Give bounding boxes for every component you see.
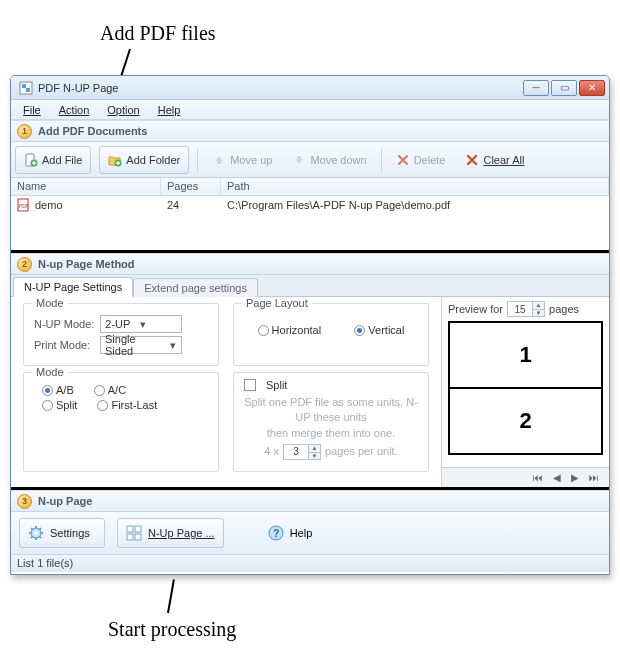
split-desc-1: Split one PDF file as some units, N-UP t…: [244, 395, 418, 426]
annotation-line-2: [167, 579, 175, 613]
col-name[interactable]: Name: [11, 178, 161, 195]
nav-next-icon[interactable]: ▶: [571, 472, 579, 483]
step-3-icon: 3: [17, 494, 32, 509]
preview-label-pre: Preview for: [448, 303, 503, 315]
chevron-down-icon: ▾: [166, 339, 179, 352]
section1-header: 1 Add PDF Documents: [11, 120, 609, 142]
radio-ab[interactable]: [42, 385, 53, 396]
nup-mode-label: N-UP Mode:: [34, 318, 94, 330]
radio-ac[interactable]: [94, 385, 105, 396]
preview-page-2: 2: [448, 387, 603, 455]
section3-header: 3 N-up Page: [11, 490, 609, 512]
move-up-label: Move up: [230, 154, 272, 166]
help-label: Help: [290, 527, 313, 539]
mode-group: Mode N-UP Mode: 2-UP ▾ Print Mode:: [23, 303, 219, 366]
spin-up-icon[interactable]: ▲: [532, 302, 544, 309]
split-desc-2: then merge them into one.: [244, 426, 418, 441]
tab-nup-settings[interactable]: N-UP Page Settings: [13, 277, 133, 297]
maximize-button[interactable]: ▭: [551, 80, 577, 96]
clear-icon: [465, 153, 479, 167]
delete-label: Delete: [414, 154, 446, 166]
split-per: pages per unit.: [325, 444, 398, 459]
file-list-header: Name Pages Path: [11, 178, 609, 196]
print-mode-select[interactable]: Single Sided ▾: [100, 336, 182, 354]
settings-button[interactable]: Settings: [19, 518, 105, 548]
split-value: 3: [284, 445, 308, 459]
mode2-group-title: Mode: [32, 366, 68, 378]
application-window: PDF N-UP Page ─ ▭ ✕ File Action Option H…: [10, 75, 610, 575]
list-item[interactable]: PDF demo 24 C:\Program Files\A-PDF N-up …: [11, 196, 609, 214]
file-toolbar: Add File Add Folder Move up Move down De…: [11, 142, 609, 178]
add-folder-button[interactable]: Add Folder: [99, 146, 189, 174]
window-title: PDF N-UP Page: [38, 82, 523, 94]
arrow-up-icon: [212, 153, 226, 167]
ab-label: A/B: [56, 384, 74, 396]
layout-group-title: Page Layout: [242, 297, 312, 309]
tab-extend-settings[interactable]: Extend page settings: [133, 278, 258, 297]
svg-rect-12: [127, 534, 133, 540]
menu-file[interactable]: File: [15, 102, 49, 118]
preview-nav: ⏮ ◀ ▶ ⏭: [442, 467, 609, 487]
nup-mode-select[interactable]: 2-UP ▾: [100, 315, 182, 333]
minimize-button[interactable]: ─: [523, 80, 549, 96]
svg-text:?: ?: [273, 528, 279, 539]
svg-rect-1: [22, 84, 26, 88]
nav-prev-icon[interactable]: ◀: [553, 472, 561, 483]
radio-vertical[interactable]: [354, 325, 365, 336]
menubar: File Action Option Help: [11, 100, 609, 120]
page-layout-group: Page Layout Horizontal Vertical: [233, 303, 429, 366]
preview-spin[interactable]: 15 ▲▼: [507, 301, 545, 317]
step-1-icon: 1: [17, 124, 32, 139]
section2-title: N-up Page Method: [38, 258, 135, 270]
nup-page-button[interactable]: N-Up Page ...: [117, 518, 224, 548]
radio-split[interactable]: [42, 400, 53, 411]
split-spin[interactable]: 3 ▲▼: [283, 444, 321, 460]
section1-title: Add PDF Documents: [38, 125, 147, 137]
radio-horizontal[interactable]: [258, 325, 269, 336]
spin-up-icon[interactable]: ▲: [308, 445, 320, 452]
menu-option[interactable]: Option: [99, 102, 147, 118]
annotation-add-files: Add PDF files: [100, 22, 216, 45]
close-button[interactable]: ✕: [579, 80, 605, 96]
move-up-button[interactable]: Move up: [206, 153, 278, 167]
svg-text:PDF: PDF: [19, 203, 29, 209]
add-file-label: Add File: [42, 154, 82, 166]
delete-icon: [396, 153, 410, 167]
file-pages: 24: [161, 199, 221, 211]
add-folder-label: Add Folder: [126, 154, 180, 166]
move-down-label: Move down: [310, 154, 366, 166]
col-pages[interactable]: Pages: [161, 178, 221, 195]
radio-firstlast[interactable]: [97, 400, 108, 411]
split-label: Split: [56, 399, 77, 411]
help-button[interactable]: ? Help: [268, 525, 313, 541]
section2-header: 2 N-up Page Method: [11, 253, 609, 275]
preview-label-post: pages: [549, 303, 579, 315]
menu-help[interactable]: Help: [150, 102, 189, 118]
svg-rect-13: [135, 534, 141, 540]
nav-first-icon[interactable]: ⏮: [533, 472, 543, 483]
svg-rect-11: [135, 526, 141, 532]
col-path[interactable]: Path: [221, 178, 609, 195]
move-down-button[interactable]: Move down: [286, 153, 372, 167]
annotation-start: Start processing: [108, 618, 236, 641]
firstlast-label: First-Last: [111, 399, 157, 411]
split-group: Split Split one PDF file as some units, …: [233, 372, 429, 472]
section3-title: N-up Page: [38, 495, 92, 507]
add-folder-icon: [108, 153, 122, 167]
add-file-button[interactable]: Add File: [15, 146, 91, 174]
spin-down-icon[interactable]: ▼: [532, 309, 544, 316]
file-list[interactable]: PDF demo 24 C:\Program Files\A-PDF N-up …: [11, 196, 609, 250]
split-checkbox[interactable]: [244, 379, 256, 391]
mode2-group: Mode A/B A/C: [23, 372, 219, 472]
menu-action[interactable]: Action: [51, 102, 98, 118]
svg-rect-2: [26, 88, 30, 92]
step-2-icon: 2: [17, 257, 32, 272]
spin-down-icon[interactable]: ▼: [308, 452, 320, 459]
delete-button[interactable]: Delete: [390, 153, 452, 167]
clear-all-button[interactable]: Clear All: [459, 153, 530, 167]
nav-last-icon[interactable]: ⏭: [589, 472, 599, 483]
vertical-label: Vertical: [368, 324, 404, 336]
statusbar: List 1 file(s): [11, 554, 609, 572]
action-toolbar: Settings N-Up Page ... ? Help: [11, 512, 609, 554]
nup-mode-value: 2-UP: [105, 318, 130, 330]
